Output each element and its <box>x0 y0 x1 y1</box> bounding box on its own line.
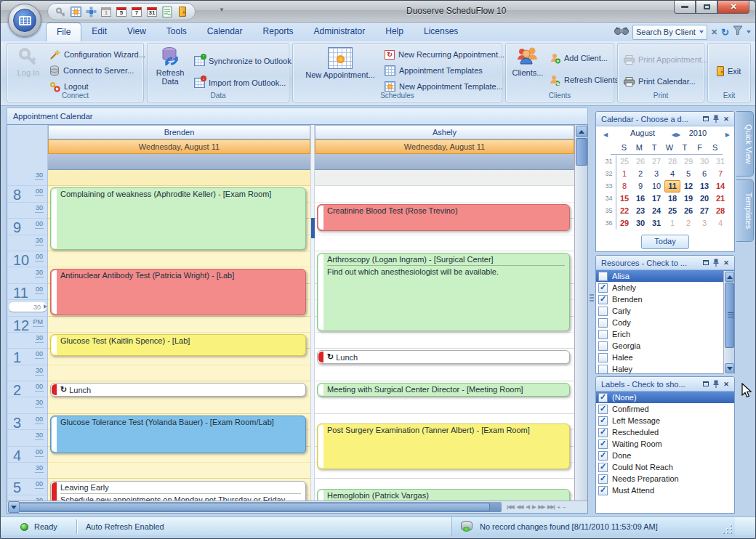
tab-edit[interactable]: Edit <box>81 23 117 41</box>
vertical-scrollbar[interactable] <box>574 125 587 502</box>
nav-zoom-in-button[interactable]: + <box>558 505 560 510</box>
tab-help[interactable]: Help <box>375 23 414 41</box>
refresh-search-icon[interactable]: ↻ <box>721 27 729 38</box>
all-day-area-brenden[interactable] <box>48 154 310 170</box>
checkbox[interactable] <box>598 416 608 426</box>
time-slot[interactable] <box>315 170 574 186</box>
label-item-must-attend[interactable]: Must Attend <box>596 485 734 496</box>
day-view-icon[interactable]: 1 <box>100 5 113 18</box>
float-panel-icon[interactable] <box>701 379 711 389</box>
label-item-needs-preparation[interactable]: Needs Preparation <box>596 473 734 485</box>
label-item-rescheduled[interactable]: Rescheduled <box>596 426 734 438</box>
time-slot[interactable] <box>48 251 310 267</box>
label-item-confirmed[interactable]: Confirmed <box>596 403 734 415</box>
calendar-day[interactable]: 22 <box>616 205 632 217</box>
checkbox[interactable] <box>598 486 608 495</box>
tab-templates[interactable]: Templates <box>736 179 754 242</box>
calendar-day[interactable]: 30 <box>696 155 712 168</box>
nav-last-button[interactable]: ▶▶| <box>547 504 555 510</box>
exit-item[interactable]: Exit <box>717 64 741 78</box>
log-in-button[interactable]: Log In <box>10 46 47 77</box>
close-panel-icon[interactable]: ✕ <box>721 114 731 123</box>
scroll-down-button[interactable] <box>725 363 734 373</box>
date-header-brenden[interactable]: Wednesday, August 11 <box>48 139 310 154</box>
resource-item-erich[interactable]: Erich <box>596 328 734 340</box>
calendar-day-selected[interactable]: 11 <box>664 180 680 192</box>
time-slot[interactable] <box>48 365 310 381</box>
today-button[interactable]: Today <box>641 235 689 249</box>
connect-to-server-item[interactable]: Connect to Server... <box>49 63 134 78</box>
nav-zoom-out-button[interactable]: − <box>563 505 565 510</box>
close-panel-icon[interactable]: ✕ <box>721 258 731 267</box>
refresh-data-button[interactable]: Refresh Data <box>149 46 191 86</box>
calendar-day[interactable]: 28 <box>712 205 728 217</box>
appointment[interactable]: Creatinine Blood Test (Rose Trevino) <box>317 204 570 231</box>
checkbox[interactable] <box>598 463 608 472</box>
calendar-day[interactable]: 21 <box>712 192 728 205</box>
appointment[interactable]: Post Surgery Examination (Tanner Albert)… <box>317 423 570 469</box>
calendar-day[interactable]: 25 <box>616 155 632 168</box>
label-item-left-message[interactable]: Left Message <box>596 415 734 426</box>
filter-icon[interactable] <box>733 25 743 38</box>
resource-item-georgia[interactable]: Georgia <box>596 340 734 352</box>
next-year-icon[interactable]: ▶ <box>725 131 730 138</box>
scroll-up-button[interactable] <box>725 272 734 282</box>
resources-scrollbar[interactable] <box>723 271 734 374</box>
network-icon[interactable] <box>84 5 97 18</box>
configuration-wizard-item[interactable]: Configuration Wizard... <box>49 47 145 62</box>
panel-splitter[interactable] <box>590 111 594 514</box>
checkbox[interactable] <box>598 365 608 374</box>
clients-button[interactable]: Clients... <box>507 46 548 77</box>
day-column-ashely[interactable]: Creatinine Blood Test (Rose Trevino)Arth… <box>315 170 574 502</box>
scroll-up-button[interactable] <box>576 126 587 137</box>
calendar-day[interactable]: 2 <box>632 168 648 180</box>
calendar-day[interactable]: 7 <box>712 168 728 180</box>
tab-administrator[interactable]: Administrator <box>304 23 376 41</box>
calendar-day[interactable]: 1 <box>616 168 632 180</box>
prev-month-icon[interactable]: ◀ <box>603 131 608 138</box>
close-button[interactable]: ✕ <box>717 1 749 14</box>
pin-icon[interactable] <box>711 258 721 267</box>
resource-item-carly[interactable]: Carly <box>596 305 734 317</box>
calendar-day[interactable]: 31 <box>648 217 664 230</box>
calendar-day[interactable]: 20 <box>696 192 712 205</box>
clear-search-icon[interactable]: ✕ <box>711 28 717 37</box>
appointment[interactable]: ↻Lunch <box>317 350 570 363</box>
calendar-day[interactable]: 18 <box>664 192 680 205</box>
checkbox[interactable] <box>598 474 608 484</box>
calendar-day[interactable]: 4 <box>712 217 728 230</box>
tab-licenses[interactable]: Licenses <box>414 23 468 41</box>
close-panel-icon[interactable]: ✕ <box>721 379 731 389</box>
scroll-thumb[interactable] <box>725 283 734 348</box>
search-by-client-combo[interactable]: Search By Client <box>632 25 707 40</box>
calendar-day[interactable]: 6 <box>696 168 712 180</box>
pin-icon[interactable] <box>711 114 721 123</box>
calendar-day[interactable]: 15 <box>616 192 632 205</box>
appointment[interactable]: Meeting with Surgical Center Director - … <box>317 383 570 396</box>
calendar-day[interactable]: 25 <box>664 205 680 217</box>
checkbox[interactable] <box>598 295 608 304</box>
label-item-could-not-reach[interactable]: Could Not Reach <box>596 461 734 473</box>
calendar-day[interactable]: 28 <box>664 155 680 168</box>
resource-item-halee[interactable]: Halee <box>596 352 734 363</box>
checkbox[interactable] <box>598 283 608 293</box>
calendar-day[interactable]: 27 <box>696 205 712 217</box>
calendar-day[interactable]: 29 <box>680 155 696 168</box>
print-calendar-item[interactable]: Print Calendar... <box>624 74 696 89</box>
synchronize-to-outlook-item[interactable]: ↑ Synchronize to Outlook... <box>194 54 298 68</box>
resource-header-ashely[interactable]: Ashely <box>315 125 574 139</box>
calendar-day[interactable]: 27 <box>648 155 664 168</box>
tab-calendar[interactable]: Calendar <box>197 23 253 41</box>
exit-door-icon[interactable] <box>176 5 189 18</box>
nav-next-button[interactable]: ▶ <box>532 504 535 510</box>
day-column-brenden[interactable]: Complaining of weakness (Aphrodite Kelle… <box>48 170 310 502</box>
appointment-templates-item[interactable]: Appointment Templates <box>385 63 483 78</box>
minimize-button[interactable] <box>674 1 696 14</box>
time-slot[interactable] <box>48 170 310 186</box>
login-key-icon[interactable] <box>54 5 67 18</box>
float-panel-icon[interactable] <box>701 114 711 123</box>
time-slot[interactable] <box>315 365 574 381</box>
float-panel-icon[interactable] <box>701 258 711 267</box>
time-slot[interactable] <box>315 397 574 413</box>
calendar-day[interactable]: 16 <box>632 192 648 205</box>
